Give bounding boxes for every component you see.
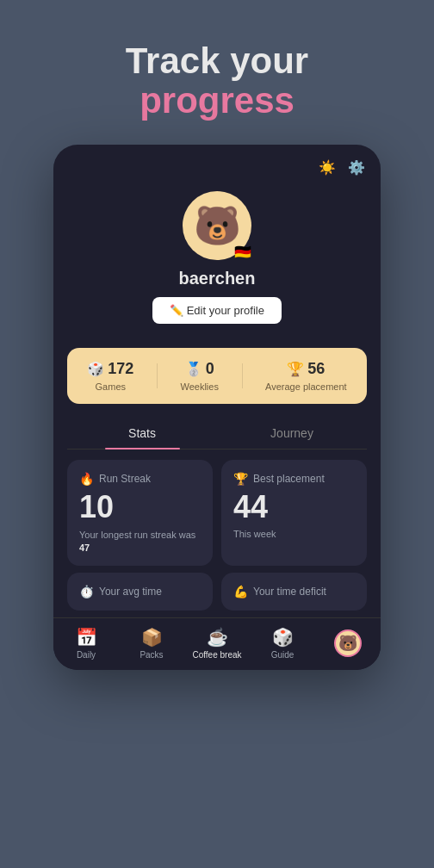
packs-icon: 📦 <box>141 627 163 648</box>
header-section: Track your progress <box>126 0 308 145</box>
nav-profile[interactable]: 🐻 <box>315 629 381 657</box>
profile-section: 🐻 🇩🇪 baerchen ✏️ Edit your profile <box>53 184 381 338</box>
placement-value: 56 <box>307 360 325 378</box>
top-bar: ☀️ ⚙️ <box>53 145 381 184</box>
weeklies-icon: 🥈 <box>185 361 202 377</box>
run-streak-value: 10 <box>79 489 201 525</box>
bottom-row-cards: ⏱️ Your avg time 💪 Your time deficit <box>67 573 367 611</box>
placement-icon: 🏆 <box>287 361 304 377</box>
gear-icon[interactable]: ⚙️ <box>346 157 367 177</box>
time-deficit-icon: 💪 <box>233 585 248 598</box>
tab-journey[interactable]: Journey <box>217 418 367 449</box>
nav-guide[interactable]: 🎲 Guide <box>250 627 315 660</box>
nav-packs[interactable]: 📦 Packs <box>119 627 184 660</box>
bottom-nav: 📅 Daily 📦 Packs ☕ Coffee break 🎲 Guide 🐻 <box>53 617 381 670</box>
time-deficit-label: Your time deficit <box>253 586 326 598</box>
games-icon: 🎲 <box>87 361 104 377</box>
guide-label: Guide <box>271 650 294 660</box>
stat-divider-2 <box>242 363 243 388</box>
nav-daily[interactable]: 📅 Daily <box>53 627 119 660</box>
header-line2: progress <box>126 81 308 121</box>
tabs-section: Stats Journey <box>67 418 367 450</box>
stat-games: 🎲 172 Games <box>87 360 133 392</box>
stat-weeklies: 🥈 0 Weeklies <box>180 360 218 392</box>
stats-bar: 🎲 172 Games 🥈 0 Weeklies 🏆 56 Average pl… <box>67 348 367 404</box>
games-label: Games <box>96 381 126 392</box>
weeklies-label: Weeklies <box>180 381 218 392</box>
daily-icon: 📅 <box>76 627 97 648</box>
placement-label: Average placement <box>265 381 347 392</box>
edit-profile-button[interactable]: ✏️ Edit your profile <box>152 297 282 324</box>
packs-label: Packs <box>140 650 163 660</box>
metric-time-deficit: 💪 Your time deficit <box>221 573 367 611</box>
username: baerchen <box>179 269 256 288</box>
sun-icon[interactable]: ☀️ <box>317 157 338 177</box>
nav-coffee-break[interactable]: ☕ Coffee break <box>184 627 250 660</box>
games-value: 172 <box>108 360 133 378</box>
avatar-container: 🐻 🇩🇪 <box>183 191 251 260</box>
run-streak-label: Run Streak <box>99 473 151 485</box>
avg-time-label: Your avg time <box>99 586 162 598</box>
run-streak-sublabel: Your longest run streak was 47 <box>79 529 201 554</box>
phone-card: ☀️ ⚙️ 🐻 🇩🇪 baerchen ✏️ Edit your profile… <box>53 145 381 670</box>
avg-time-icon: ⏱️ <box>79 585 94 598</box>
metric-best-placement: 🏆 Best placement 44 This week <box>221 460 367 566</box>
metric-run-streak: 🔥 Run Streak 10 Your longest run streak … <box>67 460 213 566</box>
header-line1: Track your <box>126 41 308 81</box>
daily-label: Daily <box>77 650 96 660</box>
coffee-break-label: Coffee break <box>192 650 241 660</box>
tab-stats[interactable]: Stats <box>67 418 217 449</box>
guide-icon: 🎲 <box>272 627 294 648</box>
coffee-break-icon: ☕ <box>207 627 228 648</box>
stat-placement: 🏆 56 Average placement <box>265 360 347 392</box>
metric-avg-time: ⏱️ Your avg time <box>67 573 213 611</box>
weeklies-value: 0 <box>206 360 214 378</box>
best-placement-sublabel: This week <box>233 529 355 539</box>
best-placement-value: 44 <box>233 489 355 525</box>
best-placement-icon: 🏆 <box>233 472 248 486</box>
stat-divider-1 <box>157 363 158 388</box>
best-placement-label: Best placement <box>253 473 325 485</box>
nav-avatar: 🐻 <box>334 629 362 657</box>
run-streak-icon: 🔥 <box>79 472 94 486</box>
flag-badge: 🇩🇪 <box>234 244 251 260</box>
run-streak-highlight: 47 <box>79 542 90 553</box>
metrics-grid: 🔥 Run Streak 10 Your longest run streak … <box>67 460 367 566</box>
